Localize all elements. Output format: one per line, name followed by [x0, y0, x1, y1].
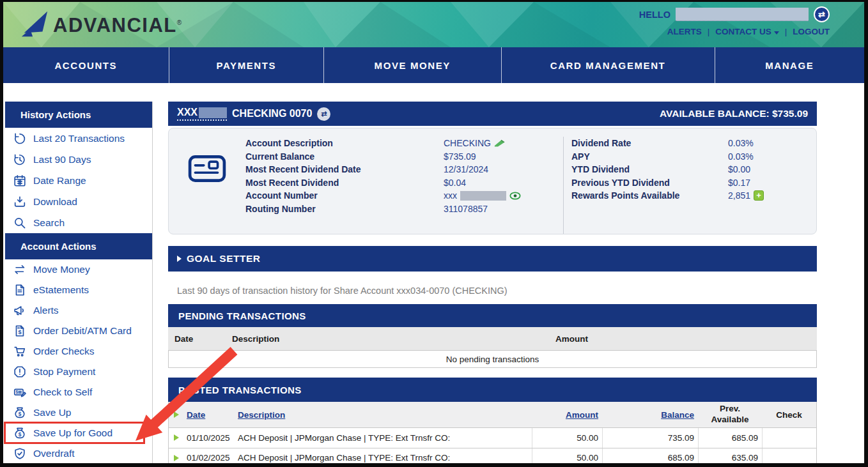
cell-description: ACH Deposit | JPMorgan Chase | TYPE: Ext… [238, 433, 532, 443]
expand-row-arrow-icon[interactable] [174, 455, 179, 461]
nav-accounts[interactable]: ACCOUNTS [3, 47, 169, 83]
cell-prev-available: 635.09 [698, 448, 762, 467]
move-money-icon [13, 263, 27, 277]
top-header: ADVANCIAL® HELLO ⇄ ALERTS | CONTACT US |… [3, 2, 864, 47]
cart-icon [13, 344, 27, 358]
plus-icon[interactable]: + [754, 190, 764, 201]
megaphone-icon [13, 303, 27, 318]
sidebar-item-order-checks[interactable]: Order Checks [5, 341, 152, 362]
check-card-icon [188, 155, 226, 183]
cell-amount: 50.00 [532, 448, 602, 467]
nav-manage[interactable]: MANAGE [715, 47, 864, 83]
top-right-area: HELLO ⇄ ALERTS | CONTACT US | LOGOUT [639, 6, 830, 36]
sidebar-item-save-up-for-good[interactable]: $ Save Up for Good [5, 423, 152, 443]
field-label: Routing Number [245, 204, 444, 214]
sidebar-item-overdraft[interactable]: Overdraft [5, 443, 152, 464]
sidebar-item-label: Last 90 Days [33, 154, 91, 165]
calendar-icon [13, 174, 27, 188]
sidebar-item-save-up[interactable]: $ Save Up [5, 402, 152, 423]
table-row: 01/10/2025 ACH Deposit | JPMorgan Chase … [169, 428, 816, 448]
field-label: Most Recent Dividend [245, 178, 444, 188]
sidebar-item-label: Last 20 Transactions [33, 133, 125, 144]
svg-text:$: $ [15, 390, 18, 395]
search-icon [13, 216, 27, 230]
field-value: $735.09 [444, 151, 476, 162]
greeting-label: HELLO [639, 10, 670, 20]
sidebar-item-label: Stop Payment [33, 366, 95, 378]
sidebar-item-last-20-transactions[interactable]: Last 20 Transactions [5, 128, 152, 149]
pending-transactions-section: PENDING TRANSACTIONS Date Description Am… [168, 304, 817, 368]
sidebar-item-estatements[interactable]: eStatements [5, 280, 152, 300]
account-title: CHECKING 0070 [232, 108, 312, 119]
field-label: Most Recent Dividend Date [245, 164, 444, 174]
switch-account-icon[interactable]: ⇄ [814, 6, 830, 22]
pending-table-header: Date Description Amount [168, 327, 817, 351]
field-value: 0.03% [728, 151, 754, 162]
cell-description: ACH Deposit | JPMorgan Chase | TYPE: Ext… [238, 453, 532, 463]
nav-payments[interactable]: PAYMENTS [169, 47, 323, 83]
sort-link-balance[interactable]: Balance [602, 410, 698, 420]
sidebar-item-label: Check to Self [33, 387, 92, 398]
sidebar-item-last-90-days[interactable]: Last 90 Days [5, 149, 152, 170]
sidebar-item-label: Overdraft [33, 448, 75, 459]
contact-us-link[interactable]: CONTACT US [715, 27, 779, 36]
account-name-redacted [199, 107, 227, 118]
sort-link-date[interactable]: Date [187, 410, 238, 420]
field-value: $0.04 [444, 178, 466, 188]
sidebar-item-download[interactable]: Download [5, 191, 152, 212]
history-icon [13, 132, 27, 146]
field-label: Account Number [245, 190, 444, 201]
sidebar-item-check-to-self[interactable]: $ Check to Self [5, 382, 152, 402]
sidebar-item-label: Order Checks [33, 346, 95, 357]
sidebar-item-stop-payment[interactable]: Stop Payment [5, 362, 152, 382]
nav-card-management[interactable]: CARD MANAGEMENT [501, 47, 715, 83]
account-details-panel: Account Description CHECKING Current Bal… [168, 128, 817, 234]
sidebar-item-label: Download [33, 196, 77, 208]
document-icon [13, 283, 27, 297]
chevron-down-icon [774, 31, 779, 34]
download-icon [13, 195, 27, 209]
expand-arrow-icon [177, 256, 182, 262]
alerts-link[interactable]: ALERTS [667, 27, 702, 36]
account-number-redacted [460, 191, 506, 201]
column-header-description: Description [232, 334, 555, 344]
logout-link[interactable]: LOGOUT [793, 27, 830, 36]
sidebar-item-search[interactable]: Search [5, 212, 152, 233]
field-label: Dividend Rate [571, 138, 728, 148]
goal-setter-label: GOAL SETTER [187, 253, 260, 264]
registered-mark: ® [177, 19, 183, 26]
eye-icon[interactable] [509, 192, 521, 200]
field-value: $0.17 [728, 178, 750, 188]
field-value: CHECKING [444, 138, 491, 148]
money-bag-icon: $ [13, 406, 27, 420]
pending-empty-row: No pending transactions [168, 351, 817, 368]
posted-transactions-section: POSTED TRANSACTIONS Date Description Amo… [168, 378, 817, 467]
sidebar-item-move-money[interactable]: Move Money [5, 259, 152, 280]
svg-text:$: $ [19, 411, 22, 417]
sidebar-item-label: Search [33, 217, 65, 229]
goal-setter-bar[interactable]: GOAL SETTER [168, 246, 817, 272]
sidebar: History Actions Last 20 Transactions Las… [5, 102, 153, 467]
field-label: APY [571, 151, 728, 162]
sidebar-item-label: Move Money [33, 264, 90, 275]
field-value: 2,851 [728, 190, 750, 201]
advancial-logo[interactable]: ADVANCIAL® [20, 8, 183, 40]
sort-link-amount[interactable]: Amount [532, 410, 602, 420]
expand-all-arrow-icon[interactable] [174, 411, 179, 418]
history-note: Last 90 days of transaction history for … [177, 286, 817, 296]
sidebar-item-order-debit-atm-card[interactable]: $ Order Debit/ATM Card [5, 321, 152, 341]
expand-row-arrow-icon[interactable] [174, 434, 179, 441]
sort-link-description[interactable]: Description [238, 410, 532, 420]
sidebar-item-label: Date Range [33, 175, 86, 187]
switch-account-icon[interactable]: ⇄ [317, 107, 330, 121]
sidebar-item-alerts[interactable]: Alerts [5, 300, 152, 321]
field-label: Rewards Points Available [571, 190, 728, 201]
page: ADVANCIAL® HELLO ⇄ ALERTS | CONTACT US |… [0, 0, 868, 467]
main-navigation: ACCOUNTS PAYMENTS MOVE MONEY CARD MANAGE… [3, 47, 864, 83]
field-value: 12/31/2024 [444, 164, 488, 174]
sidebar-item-date-range[interactable]: Date Range [5, 170, 152, 191]
nav-move-money[interactable]: MOVE MONEY [323, 47, 500, 83]
sidebar-item-label: Alerts [33, 305, 59, 316]
details-right-column: Dividend Rate0.03% APY0.03% YTD Dividend… [563, 137, 809, 234]
edit-tag-icon[interactable] [494, 139, 505, 148]
